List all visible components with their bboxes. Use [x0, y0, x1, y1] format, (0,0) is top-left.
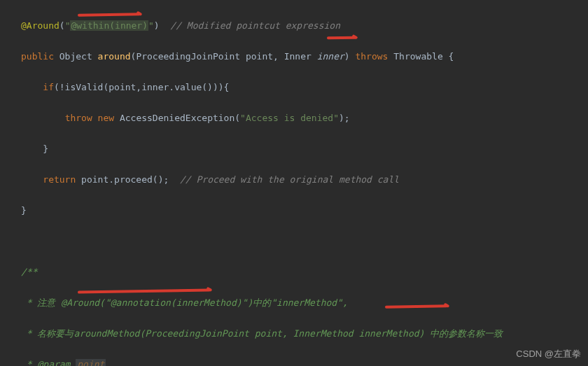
code-line: public Object around(ProceedingJoinPoint…	[21, 49, 588, 64]
code-line	[21, 234, 588, 249]
param-inner: inner	[317, 51, 344, 62]
code-line: }	[21, 141, 588, 157]
doc-line: * @param point	[21, 357, 588, 366]
doc-tag: @param	[37, 359, 70, 366]
pointcut-expr: @within(inner)	[70, 20, 148, 31]
doc-line: * 名称要与aroundMethod(ProceedingJoinPoint p…	[21, 326, 588, 342]
annotation: @Around	[21, 20, 59, 31]
code-line: return point.proceed(); // Proceed with …	[21, 172, 588, 188]
code-line: @Around("@within(inner)") // Modified po…	[21, 18, 588, 34]
watermark: CSDN @左直拳	[516, 346, 581, 362]
method-name: around	[98, 51, 131, 62]
comment: // Modified pointcut expression	[170, 20, 340, 31]
doc-line: /**	[21, 265, 588, 280]
code-line: if(!isValid(point,inner.value())){	[21, 80, 588, 95]
red-underline	[327, 36, 356, 40]
code-line: throw new AccessDeniedException("Access …	[21, 111, 588, 126]
code-line: }	[21, 203, 588, 218]
code-editor: @Around("@within(inner)") // Modified po…	[0, 0, 588, 366]
doc-line: * 注意 @Around("@annotation(innerMethod)")…	[21, 295, 588, 311]
